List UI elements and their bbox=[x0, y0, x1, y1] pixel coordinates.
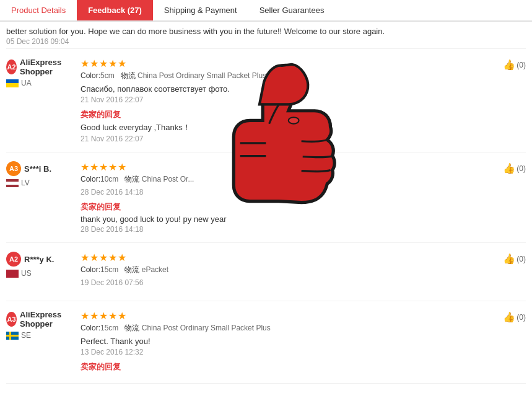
review-main: ★★★★★ Color:15cm 物流 China Post Ordinary … bbox=[74, 310, 489, 374]
review-text: Спасибо, поплавок соответствует фото. bbox=[81, 84, 482, 94]
review-main: ★★★★★ Color:15cm 物流 ePacket 19 Dec 2016 … bbox=[74, 252, 489, 292]
review-meta: Color:10cm 物流 China Post Or... bbox=[81, 174, 482, 185]
helpful-button[interactable]: 👍 (0) bbox=[503, 253, 526, 265]
country-code: SE bbox=[21, 331, 31, 340]
seller-reply-text: Good luck everyday ,Thanks！ bbox=[81, 122, 482, 133]
feedback-content: better solution for you. Hope we can do … bbox=[0, 22, 532, 384]
review-timestamp: 28 Dec 2016 14:18 bbox=[81, 188, 482, 196]
tab-product-details[interactable]: Product Details bbox=[0, 0, 77, 20]
top-snippet-timestamp: 05 Dec 2016 09:04 bbox=[6, 37, 526, 46]
review-item: A3 AliExpress Shopper SE ★★★★★ Color:15c… bbox=[6, 301, 526, 384]
helpful-count: (0) bbox=[517, 313, 526, 322]
reviewer-col: A3 AliExpress Shopper SE bbox=[6, 310, 74, 374]
country-flag bbox=[6, 79, 19, 87]
seller-reply-text: thank you, good luck to you! py new year bbox=[81, 214, 482, 224]
reviewer-col: A3 S***i B. LV bbox=[6, 161, 74, 234]
thumbs-up-icon: 👍 bbox=[503, 162, 515, 174]
review-meta: Color:15cm 物流 ePacket bbox=[81, 265, 482, 275]
country-code: UA bbox=[21, 79, 32, 87]
star-rating: ★★★★★ bbox=[81, 161, 482, 173]
top-snippet: better solution for you. Hope we can do … bbox=[6, 22, 526, 49]
color-label: Color: bbox=[81, 71, 100, 80]
country-code: LV bbox=[21, 179, 30, 187]
helpful-col: 👍 (0) bbox=[489, 310, 526, 374]
color-label: Color: bbox=[81, 324, 100, 332]
shipping-label: 物流 bbox=[124, 265, 139, 274]
tabs-bar: Product DetailsFeedback (27)Shipping & P… bbox=[0, 0, 532, 22]
thumbs-up-icon: 👍 bbox=[503, 253, 515, 265]
helpful-col: 👍 (0) bbox=[489, 252, 526, 292]
thumbs-up-icon: 👍 bbox=[503, 59, 515, 71]
shipping-label: 物流 bbox=[124, 324, 139, 332]
helpful-button[interactable]: 👍 (0) bbox=[503, 162, 526, 174]
seller-reply-label: 卖家的回复 bbox=[81, 361, 482, 373]
helpful-col: 👍 (0) bbox=[489, 58, 526, 143]
shipping-label: 物流 bbox=[121, 71, 136, 80]
reviewer-avatar: A3 bbox=[6, 161, 21, 176]
reviewer-name: A3 AliExpress Shopper bbox=[6, 310, 74, 329]
helpful-count: (0) bbox=[517, 255, 526, 263]
reviewer-country: US bbox=[6, 269, 74, 278]
seller-reply-label: 卖家的回复 bbox=[81, 201, 482, 213]
review-item: A3 S***i B. LV ★★★★★ Color:10cm 物流 China… bbox=[6, 152, 526, 243]
seller-reply-label: 卖家的回复 bbox=[81, 109, 482, 120]
shipping-label: 物流 bbox=[124, 175, 139, 183]
thumbs-up-icon: 👍 bbox=[503, 311, 515, 323]
reviewer-name: A2 R***y K. bbox=[6, 252, 74, 267]
reviewer-country: LV bbox=[6, 179, 74, 187]
reviewer-name: A3 S***i B. bbox=[6, 161, 74, 176]
review-text: Perfect. Thank you! bbox=[81, 337, 482, 346]
country-code: US bbox=[21, 269, 32, 278]
review-item: A2 R***y K. US ★★★★★ Color:15cm 物流 ePack… bbox=[6, 243, 526, 301]
review-main: ★★★★★ Color:10cm 物流 China Post Or... 28 … bbox=[74, 161, 489, 234]
reviewer-avatar: A3 bbox=[6, 312, 17, 327]
color-label: Color: bbox=[81, 175, 100, 183]
reviews-list: A2 AliExpress Shopper UA ★★★★★ Color:5cm… bbox=[6, 49, 526, 384]
reviewer-avatar: A2 bbox=[6, 60, 17, 74]
reviewer-name: A2 AliExpress Shopper bbox=[6, 58, 74, 76]
review-meta: Color:5cm 物流 China Post Ordinary Small P… bbox=[81, 71, 482, 81]
helpful-col: 👍 (0) bbox=[489, 161, 526, 234]
review-meta: Color:15cm 物流 China Post Ordinary Small … bbox=[81, 323, 482, 333]
reviewer-col: A2 AliExpress Shopper UA bbox=[6, 58, 74, 143]
tab-seller-guarantees[interactable]: Seller Guarantees bbox=[248, 0, 336, 20]
reviewer-col: A2 R***y K. US bbox=[6, 252, 74, 292]
review-timestamp: 21 Nov 2016 22:07 bbox=[81, 95, 482, 104]
top-snippet-text: better solution for you. Hope we can do … bbox=[6, 27, 385, 36]
reviewer-country: UA bbox=[6, 79, 74, 87]
review-timestamp: 19 Dec 2016 07:56 bbox=[81, 278, 482, 287]
review-timestamp: 13 Dec 2016 12:32 bbox=[81, 348, 482, 356]
review-item: A2 AliExpress Shopper UA ★★★★★ Color:5cm… bbox=[6, 49, 526, 152]
seller-reply-timestamp: 28 Dec 2016 14:18 bbox=[81, 225, 482, 234]
star-rating: ★★★★★ bbox=[81, 58, 482, 69]
reviewer-avatar: A2 bbox=[6, 252, 21, 267]
review-main: ★★★★★ Color:5cm 物流 China Post Ordinary S… bbox=[74, 58, 489, 143]
reviewer-country: SE bbox=[6, 331, 74, 340]
tab-shipping-payment[interactable]: Shipping & Payment bbox=[153, 0, 248, 20]
star-rating: ★★★★★ bbox=[81, 310, 482, 322]
helpful-count: (0) bbox=[517, 164, 526, 173]
country-flag bbox=[6, 179, 19, 187]
helpful-button[interactable]: 👍 (0) bbox=[503, 311, 526, 323]
country-flag bbox=[6, 332, 19, 340]
color-label: Color: bbox=[81, 265, 100, 274]
tab-feedback[interactable]: Feedback (27) bbox=[77, 0, 153, 20]
helpful-button[interactable]: 👍 (0) bbox=[503, 59, 526, 71]
helpful-count: (0) bbox=[517, 61, 526, 69]
seller-reply-timestamp: 21 Nov 2016 22:07 bbox=[81, 135, 482, 143]
star-rating: ★★★★★ bbox=[81, 252, 482, 263]
country-flag bbox=[6, 270, 19, 278]
